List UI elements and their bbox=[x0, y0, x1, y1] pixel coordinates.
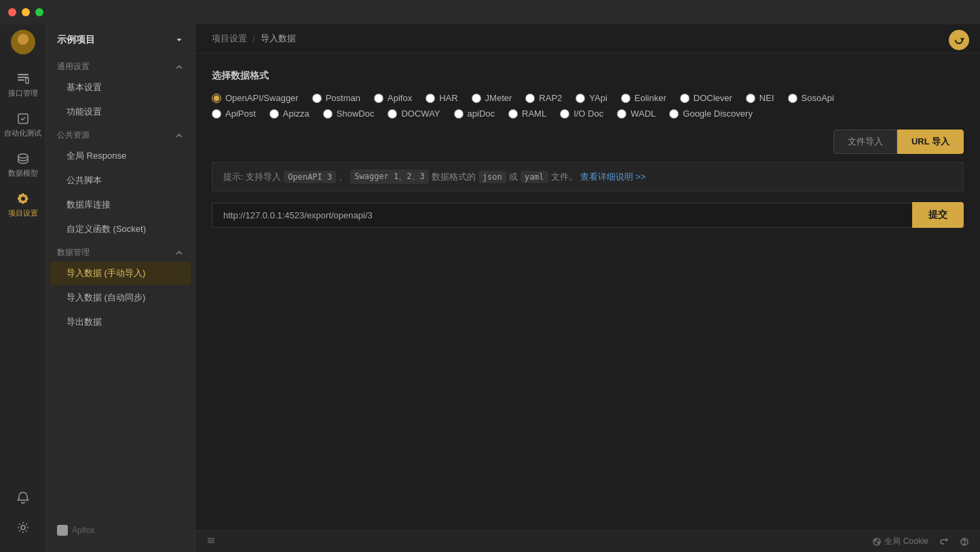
hint-tag2: Swagger 1、2、3 bbox=[350, 170, 428, 184]
sidebar-item-interface-label: 接口管理 bbox=[8, 88, 38, 98]
format-jmeter[interactable]: JMeter bbox=[472, 93, 512, 103]
footer-right: 全局 Cookie bbox=[872, 536, 969, 547]
format-rap2[interactable]: RAP2 bbox=[525, 93, 562, 103]
format-rap2-radio[interactable] bbox=[525, 94, 535, 103]
format-openapi[interactable]: OpenAPI/Swagger bbox=[212, 93, 299, 103]
apifox-logo-text: Apifox bbox=[72, 526, 94, 535]
sidebar-item-interface[interactable]: 接口管理 bbox=[0, 65, 45, 105]
nav-item-function[interactable]: 自定义函数 (Socket) bbox=[50, 218, 191, 241]
breadcrumb-parent: 项目设置 bbox=[212, 33, 247, 45]
hint-or: 或 bbox=[509, 171, 518, 183]
format-apidoc-radio[interactable] bbox=[454, 109, 464, 119]
chevron-down-icon bbox=[174, 35, 184, 45]
format-doclever[interactable]: DOClever bbox=[680, 93, 732, 103]
close-button[interactable] bbox=[8, 8, 16, 16]
nav-item-export[interactable]: 导出数据 bbox=[50, 311, 191, 334]
format-apifox-radio[interactable] bbox=[374, 94, 383, 103]
format-sosoapi-radio[interactable] bbox=[788, 94, 797, 103]
apifox-logo-icon bbox=[57, 525, 68, 536]
nav-item-import-auto[interactable]: 导入数据 (自动同步) bbox=[50, 286, 191, 309]
format-yapi[interactable]: YApi bbox=[576, 93, 607, 103]
format-sosoapi[interactable]: SosoApi bbox=[788, 93, 834, 103]
section-data-label: 数据管理 bbox=[57, 247, 90, 258]
tab-url-import[interactable]: URL 导入 bbox=[897, 130, 964, 154]
sidebar-item-settings[interactable]: 项目设置 bbox=[0, 185, 45, 225]
help-button[interactable] bbox=[960, 537, 969, 547]
svg-point-1 bbox=[14, 46, 33, 54]
nav-item-feature[interactable]: 功能设置 bbox=[50, 100, 191, 123]
format-apidoc[interactable]: apiDoc bbox=[454, 109, 495, 119]
format-row-2: ApiPost Apizza ShowDoc DOCWAY apiDoc bbox=[212, 109, 964, 119]
minimize-button[interactable] bbox=[22, 8, 30, 16]
titlebar bbox=[0, 0, 980, 24]
footer: 全局 Cookie bbox=[195, 530, 980, 552]
chevron-up-icon-2 bbox=[174, 131, 184, 140]
format-eolinker-radio[interactable] bbox=[621, 94, 630, 103]
format-apizza[interactable]: Apizza bbox=[269, 109, 309, 119]
help-icon bbox=[960, 537, 969, 547]
sidebar-item-autotest[interactable]: 自动化测试 bbox=[0, 105, 45, 145]
notification-button[interactable] bbox=[16, 484, 30, 511]
format-iodoc-radio[interactable] bbox=[560, 109, 569, 119]
nav-item-basic[interactable]: 基本设置 bbox=[50, 76, 191, 99]
nav-sidebar-bottom: Apifox bbox=[46, 519, 195, 541]
format-wadl[interactable]: WADL bbox=[617, 109, 656, 119]
svg-point-13 bbox=[964, 543, 965, 544]
format-yapi-radio[interactable] bbox=[576, 94, 585, 103]
format-doclever-radio[interactable] bbox=[680, 94, 690, 103]
format-postman-radio[interactable] bbox=[312, 94, 322, 103]
format-openapi-radio[interactable] bbox=[212, 94, 221, 103]
format-nei-radio[interactable] bbox=[746, 94, 755, 103]
format-nei[interactable]: NEI bbox=[746, 93, 774, 103]
format-raml-radio[interactable] bbox=[508, 109, 518, 119]
global-cookie-button[interactable]: 全局 Cookie bbox=[872, 536, 928, 547]
svg-point-11 bbox=[878, 542, 879, 543]
format-apipost-radio[interactable] bbox=[212, 109, 221, 119]
format-apifox[interactable]: Apifox bbox=[374, 93, 412, 103]
nav-item-db[interactable]: 数据库连接 bbox=[50, 193, 191, 216]
format-showdoc[interactable]: ShowDoc bbox=[323, 109, 375, 119]
hint-sep1: 、 bbox=[339, 171, 347, 183]
footer-left[interactable] bbox=[206, 536, 216, 547]
icon-sidebar: 接口管理 自动化测试 数据模型 项目设置 bbox=[0, 24, 46, 552]
format-raml[interactable]: RAML bbox=[508, 109, 546, 119]
format-apipost[interactable]: ApiPost bbox=[212, 109, 256, 119]
system-settings-button[interactable] bbox=[16, 514, 30, 541]
section-general: 通用设置 bbox=[46, 56, 195, 75]
format-jmeter-radio[interactable] bbox=[472, 94, 481, 103]
project-header[interactable]: 示例项目 bbox=[46, 24, 195, 56]
hint-tag4: yaml bbox=[521, 171, 548, 183]
nav-item-response[interactable]: 全局 Response bbox=[50, 144, 191, 167]
hint-tag1: OpenAPI 3 bbox=[284, 171, 336, 183]
format-apizza-radio[interactable] bbox=[269, 109, 279, 119]
svg-rect-2 bbox=[18, 74, 29, 75]
refresh-button[interactable] bbox=[949, 30, 969, 50]
sidebar-item-datamodel[interactable]: 数据模型 bbox=[0, 145, 45, 185]
format-postman[interactable]: Postman bbox=[312, 93, 360, 103]
avatar[interactable] bbox=[11, 30, 35, 54]
svg-point-7 bbox=[18, 154, 28, 158]
main-content: 项目设置 / 导入数据 选择数据格式 OpenAPI/Swagger Postm… bbox=[195, 24, 980, 552]
hint-link[interactable]: 查看详细说明 >> bbox=[580, 171, 646, 183]
url-input[interactable] bbox=[212, 203, 912, 228]
chevron-up-icon bbox=[174, 62, 184, 72]
tab-file-import[interactable]: 文件导入 bbox=[833, 130, 897, 154]
format-googlediscovery[interactable]: Google Discovery bbox=[669, 109, 753, 119]
format-docway-radio[interactable] bbox=[388, 109, 397, 119]
svg-point-10 bbox=[875, 540, 876, 541]
nav-item-import-manual[interactable]: 导入数据 (手动导入) bbox=[50, 262, 191, 285]
format-wadl-radio[interactable] bbox=[617, 109, 626, 119]
submit-button[interactable]: 提交 bbox=[912, 202, 964, 228]
format-docway[interactable]: DOCWAY bbox=[388, 109, 440, 119]
format-har[interactable]: HAR bbox=[426, 93, 457, 103]
format-iodoc[interactable]: I/O Doc bbox=[560, 109, 603, 119]
content-area: 选择数据格式 OpenAPI/Swagger Postman Apifox bbox=[195, 54, 980, 530]
format-googlediscovery-radio[interactable] bbox=[669, 109, 679, 119]
format-har-radio[interactable] bbox=[426, 94, 435, 103]
nav-item-script[interactable]: 公共脚本 bbox=[50, 169, 191, 192]
maximize-button[interactable] bbox=[35, 8, 43, 16]
format-eolinker[interactable]: Eolinker bbox=[621, 93, 666, 103]
format-showdoc-radio[interactable] bbox=[323, 109, 333, 119]
share-button[interactable] bbox=[939, 537, 949, 547]
project-name: 示例项目 bbox=[57, 34, 170, 46]
